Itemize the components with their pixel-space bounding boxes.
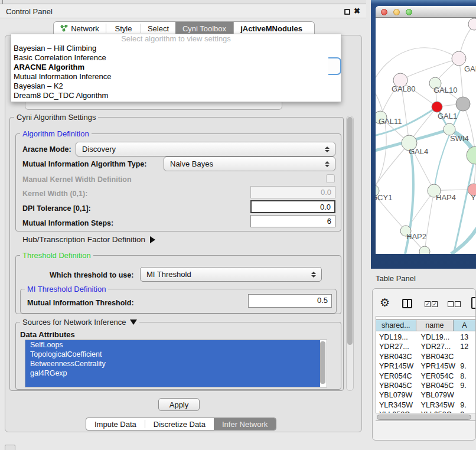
network-window-frame: GAL GAL80 GAL10 GAL1 GAL11 SWI4 GAL4 GCY…	[371, 0, 476, 269]
tab-impute-data[interactable]: Impute Data	[86, 418, 145, 430]
tab-jactivemnodules[interactable]: jActiveMNodules	[233, 22, 309, 35]
float-window-icon[interactable]	[344, 9, 350, 15]
node[interactable]	[452, 51, 466, 66]
cell: YBR043C	[418, 352, 458, 361]
apply-button[interactable]: Apply	[158, 398, 200, 411]
zoom-traffic-light-icon[interactable]	[406, 9, 412, 15]
gear-icon[interactable]: ⚙	[380, 296, 390, 309]
which-threshold-label: Which threshold to use:	[50, 271, 133, 279]
hub-definition-toggle[interactable]: Hub/Transcription Factor Definition	[22, 235, 155, 244]
table-row[interactable]: YDL19... YDL19... 13	[376, 332, 476, 342]
data-attributes-label: Data Attributes	[20, 330, 75, 339]
dropdown-item[interactable]: Bayesian – K2	[11, 81, 341, 91]
column-header-name[interactable]: name	[416, 320, 454, 331]
kernel-width-label: Kernel Width (0,1):	[22, 190, 87, 198]
top-tick-mark	[2, 0, 3, 4]
tab-discretize-data[interactable]: Discretize Data	[145, 418, 214, 430]
dropdown-prompt: Select algorithm to view settings	[11, 34, 341, 44]
dpi-tolerance-field[interactable]: 0.0	[250, 200, 335, 213]
mi-type-value: Naive Bayes	[170, 159, 213, 168]
cell	[457, 352, 476, 361]
dropdown-item[interactable]: Basic Correlation Inference	[11, 53, 341, 63]
table-row[interactable]: YDR27... YDR27... 12	[376, 342, 476, 351]
scrollbar-thumb[interactable]	[377, 415, 471, 420]
dpi-tolerance-label: DPI Tolerance [0,1]:	[22, 204, 91, 213]
unchecked-checkbox-icon	[455, 301, 461, 307]
docked-panel-icon[interactable]	[5, 445, 15, 450]
aracne-mode-combobox[interactable]: Discovery	[76, 142, 335, 156]
dropdown-item-selected[interactable]: ARACNE Algorithm	[11, 63, 341, 72]
list-item-partial[interactable]	[25, 378, 320, 387]
node-label-partial: Y	[471, 193, 476, 202]
mi-steps-field[interactable]: 6	[250, 215, 335, 227]
table-row[interactable]: YLR345W YLR345W 9.	[376, 400, 476, 410]
dropdown-item[interactable]: Bayesian – Hill Climbing	[11, 44, 341, 53]
close-icon[interactable]: ✖	[354, 6, 360, 15]
deselect-all-checkboxes-icon[interactable]	[448, 301, 461, 307]
tab-select[interactable]: Select	[141, 22, 175, 35]
cell: YDL19...	[418, 332, 458, 342]
node-label-gal10: GAL10	[433, 86, 457, 94]
checked-checkbox-icon: ✓	[432, 301, 438, 307]
column-header-partial[interactable]: A	[454, 320, 476, 331]
manual-kernel-checkbox[interactable]	[326, 174, 335, 183]
control-panel-tabbar: Network Style Select Cyni Toolbox jActiv…	[53, 21, 315, 35]
node-label-gal4: GAL4	[409, 147, 428, 156]
cell: YBR045C	[418, 381, 458, 390]
network-window-titlebar[interactable]	[376, 6, 476, 18]
table-row[interactable]: YER054C YER054C 8.	[376, 371, 476, 381]
node[interactable]	[419, 246, 430, 254]
dropdown-item[interactable]: Mutual Information Inference	[11, 72, 341, 81]
table-row[interactable]: YBL079W YBL079W	[376, 390, 476, 400]
network-canvas[interactable]: GAL GAL80 GAL10 GAL1 GAL11 SWI4 GAL4 GCY…	[376, 18, 476, 254]
select-all-checkboxes-icon[interactable]: ✓ ✓	[425, 301, 438, 307]
node-bright-green[interactable]	[467, 146, 476, 164]
data-attributes-list[interactable]: SelfLoops TopologicalCoefficient Between…	[25, 340, 327, 387]
list-item[interactable]: TopologicalCoefficient	[25, 350, 320, 359]
tab-cyni-toolbox[interactable]: Cyni Toolbox	[175, 22, 233, 35]
top-strip	[0, 0, 366, 4]
cyni-settings-title: Cyni Algorithm Settings	[14, 113, 98, 122]
expand-right-icon	[150, 236, 155, 243]
table-row[interactable]: YPR145W YPR145W 9.	[376, 361, 476, 371]
list-item[interactable]: BetweennessCentrality	[25, 359, 320, 369]
list-item[interactable]: gal4RGexp	[25, 369, 320, 378]
node-label-gcy1: GCY1	[376, 193, 392, 202]
cell: YPR145W	[418, 361, 458, 371]
list-item[interactable]: SelfLoops	[25, 340, 320, 350]
document-icon[interactable]	[471, 297, 476, 309]
node[interactable]	[468, 18, 476, 30]
settings-scrollbar-thumb[interactable]	[347, 117, 353, 345]
node-gray[interactable]	[456, 97, 470, 111]
dropdown-item[interactable]: Dream8 DC_TDC Algorithm	[11, 91, 341, 100]
table-row[interactable]: YBR043C YBR043C	[376, 352, 476, 361]
mi-threshold-field[interactable]: 0.5	[248, 294, 332, 308]
tab-infer-network[interactable]: Infer Network	[214, 418, 276, 430]
node-swi4[interactable]	[444, 123, 455, 135]
close-traffic-light-icon[interactable]	[381, 9, 387, 15]
split-columns-icon[interactable]	[402, 299, 412, 308]
mi-threshold-label: Mutual Information Threshold:	[27, 299, 134, 307]
node-label-hap2: HAP2	[406, 232, 426, 241]
table-header-row: shared... name A	[376, 319, 476, 331]
kernel-width-field[interactable]: 0.0	[250, 186, 335, 198]
mi-threshold-group-title: MI Threshold Definition	[25, 285, 108, 294]
mi-type-combobox[interactable]: Naive Bayes	[164, 156, 335, 171]
cell: 9.	[457, 400, 476, 410]
tab-style[interactable]: Style	[106, 22, 141, 35]
cell: YER054C	[418, 371, 458, 381]
tab-network-label: Network	[71, 24, 99, 33]
minimize-traffic-light-icon[interactable]	[393, 9, 400, 15]
unchecked-checkbox-icon	[448, 301, 454, 307]
sources-group-title[interactable]: Sources for Network Inference	[20, 318, 139, 327]
which-threshold-combobox[interactable]: MI Threshold	[140, 267, 322, 282]
node-gal1[interactable]	[432, 102, 442, 112]
threshold-definition-title: Threshold Definition	[20, 251, 93, 260]
column-header-shared[interactable]: shared...	[376, 320, 416, 331]
table-horizontal-scrollbar[interactable]	[376, 413, 476, 420]
table-row[interactable]: YBR045C YBR045C 9.	[376, 381, 476, 390]
list-scrollbar[interactable]	[320, 341, 325, 384]
cell: YBL079W	[376, 390, 418, 400]
table-panel-title: Table Panel	[376, 274, 416, 283]
tab-network[interactable]: Network	[54, 22, 106, 35]
